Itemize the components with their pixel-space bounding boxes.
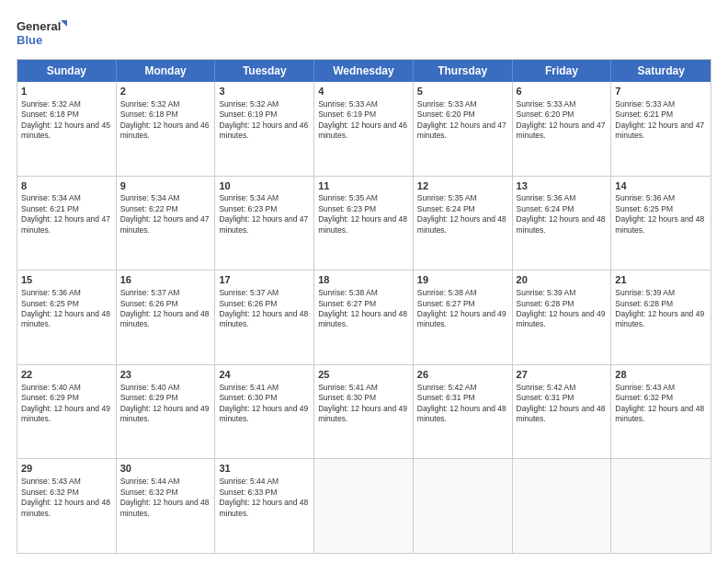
day-number: 18: [318, 273, 409, 287]
sunset-label: Sunset: 6:27 PM: [417, 299, 475, 308]
cal-cell: 8Sunrise: 5:34 AMSunset: 6:21 PMDaylight…: [17, 177, 117, 270]
sunrise-label: Sunrise: 5:40 AM: [21, 383, 81, 392]
cal-cell: 11Sunrise: 5:35 AMSunset: 6:23 PMDayligh…: [314, 177, 414, 270]
cal-row-4: 22Sunrise: 5:40 AMSunset: 6:29 PMDayligh…: [17, 365, 711, 460]
sunset-label: Sunset: 6:18 PM: [120, 109, 178, 119]
cal-cell: 10Sunrise: 5:34 AMSunset: 6:23 PMDayligh…: [215, 177, 314, 270]
cal-row-2: 8Sunrise: 5:34 AMSunset: 6:21 PMDaylight…: [17, 177, 711, 271]
day-number: 15: [21, 273, 112, 287]
cal-row-3: 15Sunrise: 5:36 AMSunset: 6:25 PMDayligh…: [17, 270, 711, 365]
daylight-label: Daylight: 12 hours and 48 minutes.: [615, 214, 704, 234]
cal-cell: 4Sunrise: 5:33 AMSunset: 6:19 PMDaylight…: [314, 82, 414, 176]
cal-row-5: 29Sunrise: 5:43 AMSunset: 6:32 PMDayligh…: [17, 459, 711, 553]
daylight-label: Daylight: 12 hours and 48 minutes.: [417, 214, 506, 234]
cal-cell: 24Sunrise: 5:41 AMSunset: 6:30 PMDayligh…: [215, 365, 314, 459]
sunrise-label: Sunrise: 5:36 AM: [615, 193, 675, 202]
day-number: 16: [120, 273, 211, 287]
sunset-label: Sunset: 6:27 PM: [318, 299, 376, 308]
sunrise-label: Sunrise: 5:35 AM: [417, 193, 477, 202]
sunset-label: Sunset: 6:25 PM: [615, 204, 673, 213]
cal-cell: 26Sunrise: 5:42 AMSunset: 6:31 PMDayligh…: [414, 365, 513, 459]
logo: General Blue: [17, 17, 67, 50]
cal-cell: 3Sunrise: 5:32 AMSunset: 6:19 PMDaylight…: [215, 82, 314, 176]
sunset-label: Sunset: 6:26 PM: [120, 299, 178, 308]
cal-cell: 20Sunrise: 5:39 AMSunset: 6:28 PMDayligh…: [513, 270, 612, 364]
daylight-label: Daylight: 12 hours and 48 minutes.: [219, 309, 308, 328]
cal-cell: 27Sunrise: 5:42 AMSunset: 6:31 PMDayligh…: [513, 365, 612, 459]
day-number: 5: [417, 85, 508, 98]
day-number: 13: [517, 179, 608, 193]
day-header-sunday: Sunday: [17, 60, 117, 82]
cal-cell: 29Sunrise: 5:43 AMSunset: 6:32 PMDayligh…: [17, 459, 117, 553]
sunrise-label: Sunrise: 5:32 AM: [120, 99, 180, 109]
cal-cell: [414, 459, 513, 553]
sunset-label: Sunset: 6:20 PM: [517, 109, 574, 119]
cal-cell: 16Sunrise: 5:37 AMSunset: 6:26 PMDayligh…: [117, 270, 216, 364]
cal-cell: 18Sunrise: 5:38 AMSunset: 6:27 PMDayligh…: [314, 270, 414, 364]
day-number: 12: [417, 179, 508, 193]
sunrise-label: Sunrise: 5:44 AM: [120, 477, 180, 486]
day-number: 2: [120, 85, 211, 98]
sunrise-label: Sunrise: 5:38 AM: [318, 288, 378, 297]
sunset-label: Sunset: 6:26 PM: [219, 299, 277, 308]
daylight-label: Daylight: 12 hours and 48 minutes.: [318, 309, 407, 328]
sunset-label: Sunset: 6:31 PM: [517, 393, 574, 402]
sunset-label: Sunset: 6:21 PM: [21, 204, 79, 213]
day-number: 28: [615, 368, 707, 382]
cal-cell: 14Sunrise: 5:36 AMSunset: 6:25 PMDayligh…: [611, 177, 711, 270]
daylight-label: Daylight: 12 hours and 45 minutes.: [21, 121, 110, 140]
cal-cell: 2Sunrise: 5:32 AMSunset: 6:18 PMDaylight…: [117, 82, 216, 176]
day-number: 19: [417, 273, 508, 287]
day-number: 22: [21, 368, 112, 382]
cal-cell: 17Sunrise: 5:37 AMSunset: 6:26 PMDayligh…: [215, 270, 314, 364]
day-number: 24: [219, 368, 310, 382]
svg-text:Blue: Blue: [17, 33, 42, 47]
sunset-label: Sunset: 6:23 PM: [219, 204, 277, 213]
sunset-label: Sunset: 6:32 PM: [120, 488, 178, 497]
day-header-thursday: Thursday: [414, 60, 513, 82]
cal-cell: 9Sunrise: 5:34 AMSunset: 6:22 PMDaylight…: [117, 177, 216, 270]
sunrise-label: Sunrise: 5:41 AM: [219, 383, 279, 392]
sunset-label: Sunset: 6:30 PM: [318, 393, 376, 402]
day-header-tuesday: Tuesday: [215, 60, 314, 82]
daylight-label: Daylight: 12 hours and 49 minutes.: [517, 309, 606, 328]
day-number: 9: [120, 179, 211, 193]
day-number: 26: [417, 368, 508, 382]
daylight-label: Daylight: 12 hours and 48 minutes.: [318, 214, 407, 234]
daylight-label: Daylight: 12 hours and 48 minutes.: [21, 498, 110, 517]
day-number: 4: [318, 85, 409, 98]
daylight-label: Daylight: 12 hours and 49 minutes.: [120, 404, 210, 423]
sunrise-label: Sunrise: 5:42 AM: [417, 383, 477, 392]
sunset-label: Sunset: 6:24 PM: [417, 204, 475, 213]
day-number: 21: [615, 273, 707, 287]
daylight-label: Daylight: 12 hours and 49 minutes.: [417, 309, 506, 328]
sunset-label: Sunset: 6:29 PM: [21, 393, 79, 402]
cal-cell: 28Sunrise: 5:43 AMSunset: 6:32 PMDayligh…: [611, 365, 711, 459]
cal-cell: 22Sunrise: 5:40 AMSunset: 6:29 PMDayligh…: [17, 365, 117, 459]
day-number: 7: [615, 85, 707, 98]
day-number: 25: [318, 368, 409, 382]
day-header-monday: Monday: [117, 60, 216, 82]
sunrise-label: Sunrise: 5:39 AM: [517, 288, 576, 297]
sunset-label: Sunset: 6:25 PM: [21, 299, 79, 308]
sunrise-label: Sunrise: 5:43 AM: [21, 477, 81, 486]
daylight-label: Daylight: 12 hours and 47 minutes.: [120, 214, 210, 234]
day-number: 6: [517, 85, 608, 98]
daylight-label: Daylight: 12 hours and 48 minutes.: [219, 498, 308, 517]
cal-cell: 31Sunrise: 5:44 AMSunset: 6:33 PMDayligh…: [215, 459, 314, 553]
daylight-label: Daylight: 12 hours and 47 minutes.: [417, 121, 506, 140]
daylight-label: Daylight: 12 hours and 47 minutes.: [219, 214, 308, 234]
daylight-label: Daylight: 12 hours and 47 minutes.: [615, 121, 704, 140]
sunrise-label: Sunrise: 5:42 AM: [517, 383, 576, 392]
sunrise-label: Sunrise: 5:33 AM: [417, 99, 477, 109]
sunset-label: Sunset: 6:23 PM: [318, 204, 376, 213]
day-header-saturday: Saturday: [611, 60, 711, 82]
sunrise-label: Sunrise: 5:33 AM: [615, 99, 675, 109]
sunset-label: Sunset: 6:20 PM: [417, 109, 475, 119]
day-header-wednesday: Wednesday: [314, 60, 414, 82]
cal-cell: 21Sunrise: 5:39 AMSunset: 6:28 PMDayligh…: [611, 270, 711, 364]
cal-cell: 7Sunrise: 5:33 AMSunset: 6:21 PMDaylight…: [611, 82, 711, 176]
sunrise-label: Sunrise: 5:37 AM: [120, 288, 180, 297]
day-number: 30: [120, 462, 211, 476]
daylight-label: Daylight: 12 hours and 48 minutes.: [120, 498, 210, 517]
